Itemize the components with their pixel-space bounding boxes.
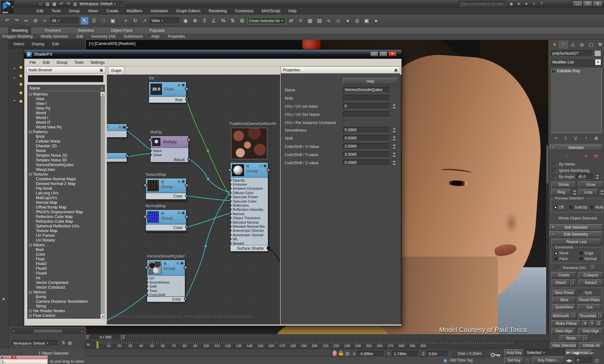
by-angle-field[interactable] xyxy=(577,174,594,180)
cut-button[interactable]: Cut xyxy=(578,304,601,310)
tree-item[interactable]: Flow Control xyxy=(28,313,100,318)
render-production-icon[interactable]: ● xyxy=(372,17,380,25)
input-port-dot[interactable] xyxy=(230,187,231,190)
reset-plane-button[interactable]: Reset Plane xyxy=(578,297,601,303)
help-icon[interactable]: ? xyxy=(539,1,544,7)
surface-shader-output-port[interactable] xyxy=(267,246,270,250)
input-port-dot[interactable] xyxy=(230,191,231,194)
selection-set-filter-dropdown[interactable]: Selected▾ xyxy=(525,349,566,356)
tree-item[interactable]: Simplex Noise 2D xyxy=(28,153,100,158)
preserve-uvs-settings-button[interactable]: ▫ xyxy=(590,265,596,270)
by-angle-checkbox[interactable] xyxy=(553,175,557,179)
light-object-icon[interactable] xyxy=(19,83,22,86)
preview-toggle-icon[interactable]: ◎ xyxy=(176,261,180,265)
tree-item[interactable]: String xyxy=(28,304,100,309)
val-node[interactable]: 20.0 Float ◎▣ float xyxy=(149,82,186,103)
create-button[interactable]: Create xyxy=(551,272,576,278)
preview-off-radio[interactable] xyxy=(554,206,557,209)
constraint-edge-radio[interactable] xyxy=(579,252,583,255)
curve-editor-icon[interactable]: ∿ xyxy=(325,17,333,25)
tree-item[interactable]: UV Panner xyxy=(28,233,100,238)
twisty-icon[interactable]: ▸ xyxy=(14,99,15,102)
mulop-node[interactable]: ✱ Multiply Value Value Result xyxy=(150,136,189,162)
menu-item[interactable]: Group xyxy=(69,9,80,13)
edge-subobject-icon[interactable]: ◁ xyxy=(562,153,570,160)
modifier-stack-row[interactable]: + Editable Poly xyxy=(551,68,601,74)
node-input-port-row[interactable]: UV xyxy=(147,276,185,280)
tree-item[interactable]: Float2 xyxy=(28,262,100,266)
window-restore-icon[interactable]: ▢ xyxy=(5,356,7,359)
tree-item[interactable]: Derived Normal Z Map xyxy=(28,182,100,186)
tree-item[interactable]: Spherical Reflection UVs xyxy=(28,224,100,229)
collapse-icon[interactable] xyxy=(29,93,32,96)
mirror-icon[interactable]: ⇄ xyxy=(287,17,295,25)
previous-key-icon[interactable]: ◀▮ xyxy=(574,350,579,355)
tree-item[interactable]: Color xyxy=(28,252,100,257)
input-port-dot[interactable] xyxy=(230,237,231,241)
light-object-icon[interactable] xyxy=(19,74,22,77)
keyword-search-input[interactable] xyxy=(458,1,506,7)
tree-item[interactable]: View xyxy=(28,97,100,101)
create-tab-icon[interactable]: ✶ xyxy=(550,41,559,48)
page-icon[interactable]: ▣ xyxy=(182,211,185,215)
workspace-stack-icon[interactable]: ⇅ xyxy=(62,340,65,345)
node-input-port-row[interactable]: Time xyxy=(147,289,185,293)
relax-settings-button[interactable]: ▫ xyxy=(583,335,589,341)
material-editor-icon[interactable]: ● xyxy=(344,17,352,25)
ribbon-panel[interactable]: Polygon Modeling xyxy=(3,34,32,39)
menu-item[interactable]: Edit xyxy=(36,9,43,13)
tree-item[interactable]: Matrices xyxy=(28,92,100,97)
shaderfx-minimize-button[interactable]: — xyxy=(370,51,378,57)
horizontal-scrollbar[interactable]: ◂ ▸ xyxy=(12,329,84,334)
node-input-port-row[interactable]: Blended Normal Ma xyxy=(230,224,268,228)
z-coord-field[interactable] xyxy=(427,351,449,357)
ribbon-tab[interactable]: Populate xyxy=(146,28,168,33)
collapse-icon[interactable] xyxy=(29,131,32,133)
close-button[interactable]: ✕ xyxy=(593,1,602,7)
add-time-tag[interactable]: Add Time Tag xyxy=(450,358,473,362)
uv-set-index-field[interactable] xyxy=(343,103,390,109)
page-icon[interactable]: ▣ xyxy=(263,164,267,168)
pin-stack-icon[interactable]: ⊸ xyxy=(554,136,557,140)
ring-spinner[interactable] xyxy=(572,189,577,195)
tree-item[interactable]: Vector Construct xyxy=(28,285,100,290)
material-preview-image[interactable] xyxy=(231,128,267,159)
named-selection-set-dropdown[interactable]: Create Selection Se▾ xyxy=(247,17,286,24)
preserve-uvs-checkbox[interactable] xyxy=(557,266,561,270)
key-step-icon[interactable]: ◀▶ xyxy=(566,358,572,363)
selection-filter-dropdown[interactable]: All▾ xyxy=(50,17,79,24)
workspace-dropdown[interactable]: Workspace: Default▾ xyxy=(78,1,125,7)
node-connector[interactable] xyxy=(126,154,129,157)
node-input-port-row[interactable]: Smoothness xyxy=(147,280,185,284)
preview-toggle-icon[interactable]: ◎ xyxy=(259,164,263,168)
time-marker[interactable] xyxy=(96,341,99,349)
name-field[interactable] xyxy=(343,87,390,93)
align-icon[interactable]: ≡ xyxy=(296,17,305,25)
unlink-selection-icon[interactable]: ⊘ xyxy=(31,17,40,25)
bind-to-space-warp-icon[interactable]: ≈ xyxy=(41,17,49,25)
unhide-all-button[interactable]: Unhide All xyxy=(579,342,603,349)
input-port-dot[interactable] xyxy=(147,281,148,284)
time-slider-value[interactable]: 0 / 300 xyxy=(91,335,121,340)
light-object-icon[interactable] xyxy=(19,66,22,69)
tree-item[interactable]: Values xyxy=(28,243,100,247)
remove-modifier-icon[interactable]: ◔ xyxy=(585,136,587,140)
twisty-icon[interactable]: ▸ xyxy=(14,76,15,79)
select-by-name-icon[interactable]: ☰ xyxy=(90,17,98,25)
twisty-icon[interactable]: ▸ xyxy=(14,67,15,70)
shaderfx-close-button[interactable]: ✕ xyxy=(388,51,396,57)
tree-item[interactable]: Simplex Noise 3D xyxy=(28,158,100,163)
tree-item[interactable]: Flip Book xyxy=(28,186,100,191)
tree-item[interactable]: World IT xyxy=(28,120,100,125)
modifier-stack[interactable]: + Editable Poly xyxy=(550,67,602,133)
display-tab-icon[interactable]: ▢ xyxy=(587,41,595,48)
tree-item[interactable]: Offset Bump Map xyxy=(28,205,100,210)
input-port-dot[interactable] xyxy=(147,285,148,288)
collapse-icon[interactable] xyxy=(29,291,32,294)
value-input-port[interactable] xyxy=(151,149,152,152)
node-connector[interactable] xyxy=(125,126,129,129)
expand-arrow-icon[interactable]: ▶ xyxy=(3,297,5,301)
selection-rollout-header[interactable]: −Selection xyxy=(550,144,602,151)
current-frame-field[interactable] xyxy=(575,357,593,364)
constraint-normal-radio[interactable] xyxy=(579,257,583,261)
